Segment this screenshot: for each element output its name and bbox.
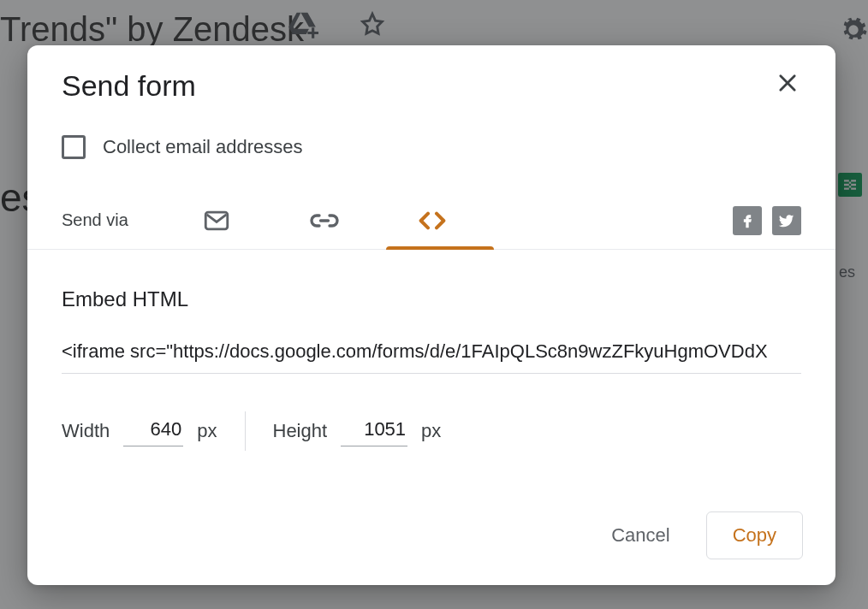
dialog-actions: Cancel Copy bbox=[596, 511, 803, 559]
dialog-title: Send form bbox=[62, 69, 196, 103]
close-button[interactable] bbox=[774, 69, 801, 97]
send-via-link-tab[interactable] bbox=[271, 192, 378, 250]
collect-email-label: Collect email addresses bbox=[103, 136, 303, 158]
facebook-icon bbox=[739, 212, 756, 229]
dimensions-row: Width px Height px bbox=[62, 411, 801, 451]
height-unit: px bbox=[421, 420, 441, 442]
share-facebook-button[interactable] bbox=[733, 206, 762, 235]
send-via-email-tab[interactable] bbox=[163, 192, 271, 250]
dimension-divider bbox=[245, 411, 246, 451]
send-via-embed-tab[interactable] bbox=[378, 192, 486, 250]
width-unit: px bbox=[197, 420, 217, 442]
share-twitter-button[interactable] bbox=[772, 206, 801, 235]
email-icon bbox=[202, 206, 231, 235]
embed-html-field[interactable] bbox=[62, 337, 801, 374]
send-via-row: Send via bbox=[27, 192, 835, 250]
close-icon bbox=[776, 71, 800, 95]
cancel-button[interactable]: Cancel bbox=[596, 514, 685, 557]
width-input[interactable] bbox=[123, 417, 183, 446]
send-via-label: Send via bbox=[62, 210, 128, 230]
height-input[interactable] bbox=[341, 417, 407, 446]
send-form-dialog: Send form Collect email addresses Send v… bbox=[27, 45, 835, 585]
width-label: Width bbox=[62, 420, 110, 442]
dialog-header: Send form bbox=[27, 45, 835, 103]
embed-icon bbox=[415, 204, 449, 238]
embed-section-title: Embed HTML bbox=[62, 287, 801, 311]
copy-button[interactable]: Copy bbox=[706, 511, 803, 559]
collect-email-checkbox[interactable] bbox=[62, 135, 86, 159]
active-tab-underline bbox=[386, 246, 494, 250]
twitter-icon bbox=[778, 212, 795, 229]
collect-email-row: Collect email addresses bbox=[27, 103, 835, 159]
height-label: Height bbox=[273, 420, 328, 442]
link-icon bbox=[309, 205, 340, 236]
